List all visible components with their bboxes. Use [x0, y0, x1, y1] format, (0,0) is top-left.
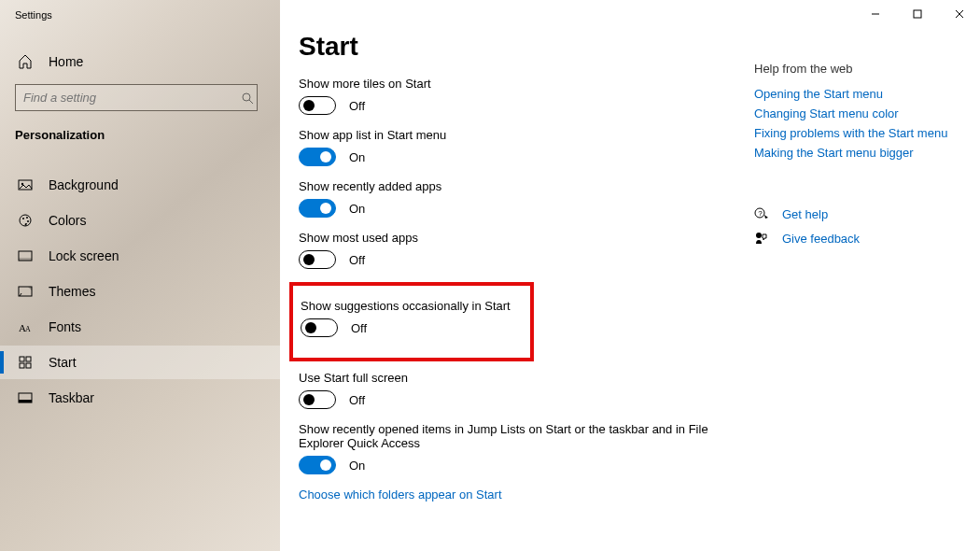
sidebar-item-taskbar[interactable]: Taskbar	[0, 381, 280, 415]
taskbar-icon	[15, 390, 35, 405]
setting-label: Use Start full screen	[299, 371, 709, 385]
setting: Show more tiles on StartOff	[299, 77, 709, 115]
toggle-state: On	[349, 150, 365, 164]
toggle-row: Off	[299, 96, 709, 115]
sidebar-item-themes[interactable]: Themes	[0, 275, 280, 308]
sidebar-item-label: Themes	[49, 284, 96, 299]
svg-point-0	[243, 93, 250, 101]
svg-rect-18	[19, 400, 32, 403]
setting-1: Show app list in Start menuOn	[299, 128, 709, 166]
sidebar-home[interactable]: Home	[0, 47, 280, 77]
setting: Use Start full screenOff	[299, 371, 709, 409]
app-title: Settings	[0, 9, 67, 21]
setting-0: Show more tiles on StartOff	[299, 77, 709, 115]
aside-action-give-feedback[interactable]: Give feedback	[754, 231, 978, 246]
sidebar-item-lock-screen[interactable]: Lock screen	[0, 239, 280, 273]
aside-link[interactable]: Fixing problems with the Start menu	[754, 126, 978, 140]
sidebar-nav: BackgroundColorsLock screenThemesAAFonts…	[0, 166, 280, 417]
main-column: Start Show more tiles on StartOffShow ap…	[299, 26, 709, 551]
lock-screen-icon	[15, 248, 35, 263]
minimize-button[interactable]	[854, 0, 896, 28]
footer-link[interactable]: Choose which folders appear on Start	[299, 487, 709, 502]
setting-3: Show most used appsOff	[299, 231, 709, 269]
home-icon	[15, 54, 35, 69]
setting-label: Show more tiles on Start	[299, 77, 709, 91]
settings-list: Show more tiles on StartOffShow app list…	[299, 77, 709, 474]
feedback-icon	[754, 231, 769, 246]
titlebar: Settings	[0, 0, 280, 30]
search-input[interactable]	[15, 84, 258, 111]
sidebar: Settings Home Personalization Background…	[0, 0, 280, 551]
setting-2: Show recently added appsOn	[299, 179, 709, 218]
help-icon: ?	[754, 206, 769, 221]
close-button[interactable]	[938, 0, 980, 28]
highlighted-setting: Show suggestions occasionally in StartOf…	[289, 282, 534, 361]
toggle-row: On	[299, 148, 709, 166]
setting: Show most used appsOff	[299, 231, 709, 269]
toggle[interactable]	[299, 390, 336, 409]
page-title: Start	[299, 32, 709, 62]
toggle-row: On	[299, 456, 709, 474]
toggle[interactable]	[301, 318, 338, 337]
sidebar-section-label: Personalization	[0, 119, 280, 153]
toggle-state: Off	[349, 99, 365, 113]
svg-line-1	[249, 100, 253, 104]
sidebar-item-background[interactable]: Background	[0, 168, 280, 202]
svg-text:?: ?	[758, 209, 763, 218]
search-icon	[241, 92, 254, 105]
svg-point-25	[756, 233, 762, 238]
setting-5: Use Start full screenOff	[299, 371, 709, 409]
sidebar-item-label: Start	[49, 355, 77, 370]
svg-text:A: A	[25, 325, 31, 333]
toggle[interactable]	[299, 250, 336, 269]
svg-rect-20	[914, 10, 921, 18]
sidebar-item-fonts[interactable]: AAFonts	[0, 310, 280, 344]
setting-4: Show suggestions occasionally in StartOf…	[301, 299, 523, 337]
svg-point-5	[22, 218, 24, 219]
aside-link[interactable]: Opening the Start menu	[754, 87, 978, 101]
search-wrap	[15, 84, 265, 111]
sidebar-item-start[interactable]: Start	[0, 346, 280, 379]
setting-6: Show recently opened items in Jump Lists…	[299, 422, 709, 474]
aside-action-get-help[interactable]: ?Get help	[754, 206, 978, 221]
window-controls	[854, 0, 980, 28]
toggle-row: On	[299, 199, 709, 218]
image-icon	[15, 177, 35, 192]
toggle-row: Off	[299, 250, 709, 269]
sidebar-item-label: Taskbar	[49, 390, 94, 405]
setting: Show recently opened items in Jump Lists…	[299, 422, 709, 474]
setting-label: Show recently opened items in Jump Lists…	[299, 422, 709, 450]
svg-rect-14	[26, 357, 31, 361]
toggle[interactable]	[299, 96, 336, 115]
toggle-row: Off	[299, 390, 709, 409]
sidebar-item-label: Lock screen	[49, 248, 119, 263]
aside-link[interactable]: Changing Start menu color	[754, 106, 978, 120]
themes-icon	[15, 284, 35, 299]
toggle-state: Off	[349, 393, 365, 407]
aside-action-label: Get help	[782, 207, 828, 221]
toggle[interactable]	[299, 148, 336, 166]
setting: Show app list in Start menuOn	[299, 128, 709, 166]
toggle-state: Off	[351, 321, 367, 335]
svg-rect-9	[19, 258, 32, 261]
setting: Show recently added appsOn	[299, 179, 709, 218]
sidebar-home-label: Home	[49, 54, 83, 69]
svg-rect-16	[26, 363, 31, 368]
svg-point-6	[26, 217, 28, 219]
content: Start Show more tiles on StartOffShow ap…	[280, 0, 980, 551]
aside-link[interactable]: Making the Start menu bigger	[754, 146, 978, 160]
svg-point-7	[27, 220, 29, 222]
sidebar-item-colors[interactable]: Colors	[0, 204, 280, 237]
toggle[interactable]	[299, 456, 336, 474]
toggle[interactable]	[299, 199, 336, 218]
aside-help-title: Help from the web	[754, 62, 978, 76]
svg-rect-13	[20, 357, 24, 361]
aside-column: Help from the web Opening the Start menu…	[754, 26, 978, 551]
sidebar-item-label: Fonts	[49, 319, 81, 334]
svg-rect-15	[20, 363, 24, 368]
sidebar-item-label: Colors	[49, 213, 86, 228]
setting-label: Show recently added apps	[299, 179, 709, 193]
setting-label: Show app list in Start menu	[299, 128, 709, 142]
maximize-button[interactable]	[896, 0, 938, 28]
aside-links: Opening the Start menuChanging Start men…	[754, 87, 978, 160]
